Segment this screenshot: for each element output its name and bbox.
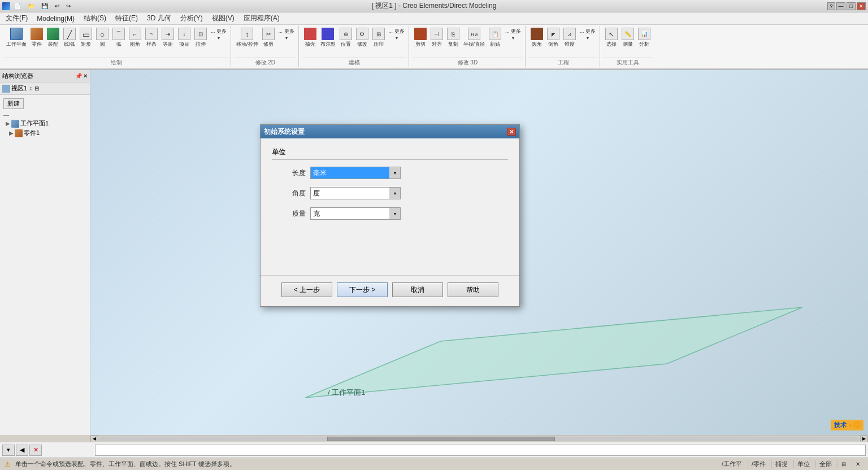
btn-corner[interactable]: ⌐ 图角 — [127, 27, 143, 49]
status-view-btn[interactable]: ⊞ — [837, 461, 849, 467]
scroll-right-btn[interactable]: ▶ — [860, 436, 868, 442]
help-button[interactable]: 帮助 — [448, 282, 498, 297]
btn-radius[interactable]: R⌀ 半径/直径 — [462, 27, 487, 49]
modify3d-label: 修改 3D — [413, 58, 523, 67]
btn-workplane[interactable]: 工作平面 — [5, 27, 28, 49]
ribbon-group-eng: 圆角 ◤ 倒角 ⊿ 锥度 ... 更多 ▾ 工程 — [527, 26, 600, 67]
btn-more-eng[interactable]: ... 更多 ▾ — [578, 27, 597, 41]
menu-app[interactable]: 应用程序(A) — [239, 12, 284, 24]
sidebar-pin-btn[interactable]: 📌 — [75, 73, 82, 79]
dialog-close-btn[interactable]: ✕ — [507, 128, 516, 136]
btn-taper[interactable]: ⊿ 锥度 — [562, 27, 578, 49]
menu-bar: 文件(F) Modeling(M) 结构(S) 特征(E) 3D 几何 分析(Y… — [0, 12, 868, 25]
btn-extrude[interactable]: ⊡ 拉伸 — [193, 27, 209, 49]
menu-structure[interactable]: 结构(S) — [79, 12, 111, 24]
status-workplane[interactable]: /工作平 — [718, 460, 745, 468]
btn-bool[interactable]: 布尔型 — [319, 27, 337, 49]
cmd-back-btn[interactable]: ◀ — [16, 445, 28, 456]
tb-open[interactable]: 📁 — [25, 2, 37, 10]
btn-copy[interactable]: ⎘ 复制 — [445, 27, 461, 49]
btn-offset[interactable]: ⇥ 等距 — [160, 27, 176, 49]
ribbon-group-tools: ↖ 选择 📏 测量 📊 分析 实用工具 — [601, 26, 654, 67]
scroll-left-btn[interactable]: ◀ — [90, 436, 98, 442]
next-button[interactable]: 下一步 > — [337, 282, 388, 297]
menu-modeling[interactable]: Modeling(M) — [32, 14, 79, 24]
btn-fillet[interactable]: 圆角 — [529, 27, 545, 49]
tree-workplane-expand[interactable]: ▶ — [6, 120, 10, 127]
btn-circle[interactable]: ○ 圆 — [94, 27, 110, 49]
sidebar-sort-icon[interactable]: ↕ — [29, 85, 32, 92]
btn-analyze[interactable]: 📊 分析 — [636, 27, 652, 49]
maximize-btn[interactable]: □ — [847, 2, 856, 10]
help-btn[interactable]: ? — [827, 2, 835, 10]
tree-item-part[interactable]: ▶ 零件1 — [1, 128, 89, 138]
ribbon-group-modify3d: 剪切 ⊣ 对齐 ⎘ 复制 R⌀ 半径/直径 📋 — [410, 26, 526, 67]
btn-more-3d[interactable]: ... 更多 ▾ — [504, 27, 523, 41]
mass-select[interactable]: 克 千克 磅 — [310, 207, 401, 220]
btn-measure[interactable]: 📏 测量 — [620, 27, 636, 49]
btn-arc2[interactable]: ⌒ 弧 — [111, 27, 127, 49]
btn-modify[interactable]: ⚙ 修改 — [354, 27, 370, 49]
btn-paste[interactable]: 📋 新贴 — [487, 27, 503, 49]
tb-new[interactable]: 📄 — [11, 2, 24, 10]
ribbon-group-draw: 工作平面 零件 装配 ╱ 线/弧 ▭ — [2, 26, 231, 67]
sidebar-filter-icon[interactable]: ⊟ — [34, 85, 39, 92]
menu-view[interactable]: 视图(V) — [207, 12, 239, 24]
btn-project[interactable]: ↓ 项目 — [176, 27, 192, 49]
sidebar-content: 新建 — ▶ 工作平面1 ▶ 零件1 — [0, 95, 90, 435]
cmd-dropdown-btn[interactable]: ▾ — [2, 445, 15, 456]
tree-root-expand[interactable]: — — [3, 112, 9, 118]
dialog-label-mass: 质量 — [272, 209, 306, 219]
tree-item-workplane[interactable]: ▶ 工作平面1 — [1, 119, 89, 128]
sidebar-toolbar: 视区1 ↕ ⊟ — [0, 82, 90, 95]
dialog-row-length: 长度 毫米 厘米 米 英寸 英尺 ▾ — [272, 167, 508, 179]
status-unit[interactable]: 单位 — [793, 460, 813, 468]
btn-assembly[interactable]: 装配 — [45, 27, 61, 49]
cancel-button[interactable]: 取消 — [392, 282, 443, 297]
btn-cut[interactable]: 剪切 — [413, 27, 428, 49]
tb-save[interactable]: 💾 — [38, 2, 51, 10]
tb-redo[interactable]: ↪ — [63, 2, 73, 10]
tree-part-expand[interactable]: ▶ — [9, 130, 14, 136]
btn-more-draw[interactable]: ... 更多 ▾ — [209, 27, 228, 41]
btn-imprint[interactable]: ⊞ 压印 — [371, 27, 387, 49]
scroll-thumb[interactable] — [327, 437, 555, 441]
btn-rect[interactable]: ▭ 矩形 — [78, 27, 94, 49]
cmd-cancel-btn[interactable]: ✕ — [29, 445, 42, 456]
length-select[interactable]: 毫米 厘米 米 英寸 英尺 — [310, 167, 401, 179]
tb-undo[interactable]: ↩ — [52, 2, 62, 10]
btn-more-model[interactable]: ... 更多 ▾ — [387, 27, 406, 41]
menu-3d[interactable]: 3D 几何 — [142, 12, 176, 24]
btn-move[interactable]: ↕ 移动/拉伸 — [235, 27, 260, 49]
prev-button[interactable]: < 上一步 — [281, 282, 332, 297]
btn-align[interactable]: ⊣ 对齐 — [429, 27, 445, 49]
new-button[interactable]: 新建 — [3, 98, 24, 109]
btn-line-arc[interactable]: ╱ 线/弧 — [62, 27, 77, 49]
status-warning-icon: ⚠ — [5, 460, 11, 468]
btn-trim[interactable]: ✂ 修剪 — [261, 27, 276, 49]
menu-file[interactable]: 文件(F) — [1, 12, 32, 24]
status-all[interactable]: 全部 — [815, 460, 835, 468]
status-snap[interactable]: 捕捉 — [771, 460, 791, 468]
btn-spline[interactable]: ~ 样条 — [144, 27, 159, 49]
h-scrollbar: ◀ ▶ — [90, 435, 868, 442]
angle-select[interactable]: 度 弧度 — [310, 187, 401, 199]
status-part[interactable]: /零件 — [748, 460, 769, 468]
status-extra-btn[interactable]: ✕ — [852, 461, 863, 467]
btn-select[interactable]: ↖ 选择 — [604, 27, 619, 49]
btn-more-modify2d[interactable]: ... 更多 ▾ — [277, 27, 296, 41]
menu-feature[interactable]: 特征(E) — [111, 12, 142, 24]
scroll-track[interactable] — [99, 437, 859, 441]
btn-position[interactable]: ⊕ 位置 — [338, 27, 354, 49]
sidebar-title: 结构浏览器 — [2, 72, 33, 80]
menu-analysis[interactable]: 分析(Y) — [176, 12, 207, 24]
command-input[interactable] — [95, 445, 866, 456]
dialog-row-mass: 质量 克 千克 磅 ▾ — [272, 207, 508, 220]
sidebar-close-btn[interactable]: ✕ — [83, 73, 88, 79]
minimize-btn[interactable]: — — [836, 2, 845, 10]
btn-shell[interactable]: 抽壳 — [302, 27, 318, 49]
btn-part[interactable]: 零件 — [29, 27, 45, 49]
close-btn[interactable]: ✕ — [857, 2, 866, 10]
tools-buttons: ↖ 选择 📏 测量 📊 分析 — [604, 26, 652, 58]
btn-chamfer[interactable]: ◤ 倒角 — [545, 27, 561, 49]
